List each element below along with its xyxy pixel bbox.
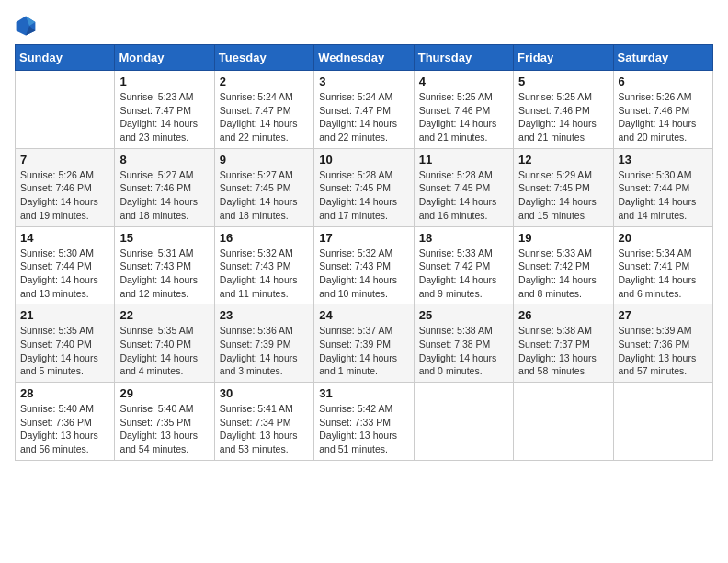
calendar-cell: 22Sunrise: 5:35 AM Sunset: 7:40 PM Dayli… (115, 304, 214, 383)
day-number: 7 (20, 153, 109, 167)
day-info: Sunrise: 5:34 AM Sunset: 7:41 PM Dayligh… (619, 247, 708, 301)
calendar-cell: 10Sunrise: 5:28 AM Sunset: 7:45 PM Dayli… (314, 148, 414, 226)
day-info: Sunrise: 5:24 AM Sunset: 7:47 PM Dayligh… (220, 90, 309, 144)
day-number: 16 (220, 231, 309, 245)
day-info: Sunrise: 5:25 AM Sunset: 7:46 PM Dayligh… (518, 90, 608, 144)
weekday-header: Saturday (613, 45, 712, 71)
day-info: Sunrise: 5:24 AM Sunset: 7:47 PM Dayligh… (319, 90, 408, 144)
day-number: 13 (619, 153, 708, 167)
calendar-cell: 26Sunrise: 5:38 AM Sunset: 7:37 PM Dayli… (514, 304, 613, 383)
calendar-cell (613, 383, 712, 461)
calendar-cell: 23Sunrise: 5:36 AM Sunset: 7:39 PM Dayli… (214, 304, 313, 383)
day-info: Sunrise: 5:27 AM Sunset: 7:46 PM Dayligh… (119, 168, 209, 223)
day-number: 19 (518, 231, 608, 245)
day-info: Sunrise: 5:25 AM Sunset: 7:46 PM Dayligh… (419, 90, 508, 144)
day-info: Sunrise: 5:33 AM Sunset: 7:42 PM Dayligh… (518, 247, 608, 301)
day-number: 24 (319, 308, 408, 322)
day-number: 6 (619, 75, 708, 88)
day-number: 10 (319, 153, 408, 167)
day-info: Sunrise: 5:39 AM Sunset: 7:36 PM Dayligh… (619, 324, 708, 378)
calendar-week-row: 21Sunrise: 5:35 AM Sunset: 7:40 PM Dayli… (16, 304, 713, 383)
day-number: 28 (20, 386, 109, 400)
weekday-header: Tuesday (214, 45, 313, 71)
calendar-cell: 4Sunrise: 5:25 AM Sunset: 7:46 PM Daylig… (414, 71, 513, 149)
calendar-week-row: 14Sunrise: 5:30 AM Sunset: 7:44 PM Dayli… (16, 226, 713, 304)
day-number: 23 (220, 308, 309, 322)
day-number: 2 (220, 75, 309, 88)
day-number: 25 (419, 308, 508, 322)
weekday-header: Friday (514, 45, 613, 71)
day-number: 4 (419, 75, 508, 88)
day-info: Sunrise: 5:40 AM Sunset: 7:36 PM Dayligh… (20, 402, 109, 456)
day-number: 29 (119, 386, 209, 400)
calendar-cell: 25Sunrise: 5:38 AM Sunset: 7:38 PM Dayli… (414, 304, 513, 383)
weekday-header: Thursday (414, 45, 513, 71)
calendar-week-row: 7Sunrise: 5:26 AM Sunset: 7:46 PM Daylig… (16, 148, 713, 226)
day-info: Sunrise: 5:35 AM Sunset: 7:40 PM Dayligh… (119, 324, 209, 378)
day-info: Sunrise: 5:38 AM Sunset: 7:38 PM Dayligh… (419, 324, 508, 378)
day-number: 18 (419, 231, 508, 245)
calendar-cell: 6Sunrise: 5:26 AM Sunset: 7:46 PM Daylig… (613, 71, 712, 149)
calendar-cell: 28Sunrise: 5:40 AM Sunset: 7:36 PM Dayli… (16, 383, 115, 461)
day-info: Sunrise: 5:26 AM Sunset: 7:46 PM Dayligh… (619, 90, 708, 144)
logo (15, 15, 40, 37)
day-number: 1 (119, 75, 209, 88)
calendar-cell: 2Sunrise: 5:24 AM Sunset: 7:47 PM Daylig… (214, 71, 313, 149)
day-number: 15 (119, 231, 209, 245)
calendar-cell: 18Sunrise: 5:33 AM Sunset: 7:42 PM Dayli… (414, 226, 513, 304)
calendar-cell: 8Sunrise: 5:27 AM Sunset: 7:46 PM Daylig… (115, 148, 214, 226)
page-header (15, 15, 713, 37)
calendar-cell: 27Sunrise: 5:39 AM Sunset: 7:36 PM Dayli… (613, 304, 712, 383)
day-info: Sunrise: 5:30 AM Sunset: 7:44 PM Dayligh… (20, 247, 109, 301)
weekday-header: Wednesday (314, 45, 414, 71)
day-number: 21 (20, 308, 109, 322)
calendar-cell: 24Sunrise: 5:37 AM Sunset: 7:39 PM Dayli… (314, 304, 414, 383)
day-number: 3 (319, 75, 408, 88)
day-number: 17 (319, 231, 408, 245)
calendar-cell: 5Sunrise: 5:25 AM Sunset: 7:46 PM Daylig… (514, 71, 613, 149)
calendar-cell (514, 383, 613, 461)
calendar-week-row: 1Sunrise: 5:23 AM Sunset: 7:47 PM Daylig… (16, 71, 713, 149)
day-info: Sunrise: 5:31 AM Sunset: 7:43 PM Dayligh… (119, 247, 209, 301)
calendar-cell: 20Sunrise: 5:34 AM Sunset: 7:41 PM Dayli… (613, 226, 712, 304)
day-info: Sunrise: 5:36 AM Sunset: 7:39 PM Dayligh… (220, 324, 309, 378)
day-info: Sunrise: 5:27 AM Sunset: 7:45 PM Dayligh… (220, 168, 309, 223)
calendar-cell: 11Sunrise: 5:28 AM Sunset: 7:45 PM Dayli… (414, 148, 513, 226)
day-info: Sunrise: 5:28 AM Sunset: 7:45 PM Dayligh… (419, 168, 508, 223)
calendar-cell: 21Sunrise: 5:35 AM Sunset: 7:40 PM Dayli… (16, 304, 115, 383)
day-info: Sunrise: 5:29 AM Sunset: 7:45 PM Dayligh… (518, 168, 608, 223)
day-info: Sunrise: 5:30 AM Sunset: 7:44 PM Dayligh… (619, 168, 708, 223)
logo-icon (15, 15, 37, 37)
day-number: 5 (518, 75, 608, 88)
day-info: Sunrise: 5:40 AM Sunset: 7:35 PM Dayligh… (119, 402, 209, 456)
day-number: 27 (619, 308, 708, 322)
calendar-cell: 3Sunrise: 5:24 AM Sunset: 7:47 PM Daylig… (314, 71, 414, 149)
calendar-cell: 14Sunrise: 5:30 AM Sunset: 7:44 PM Dayli… (16, 226, 115, 304)
day-number: 22 (119, 308, 209, 322)
calendar-cell: 7Sunrise: 5:26 AM Sunset: 7:46 PM Daylig… (16, 148, 115, 226)
calendar-cell: 16Sunrise: 5:32 AM Sunset: 7:43 PM Dayli… (214, 226, 313, 304)
day-number: 8 (119, 153, 209, 167)
calendar-cell: 1Sunrise: 5:23 AM Sunset: 7:47 PM Daylig… (115, 71, 214, 149)
calendar-table: SundayMondayTuesdayWednesdayThursdayFrid… (15, 44, 713, 461)
day-info: Sunrise: 5:38 AM Sunset: 7:37 PM Dayligh… (518, 324, 608, 378)
calendar-cell: 13Sunrise: 5:30 AM Sunset: 7:44 PM Dayli… (613, 148, 712, 226)
day-number: 20 (619, 231, 708, 245)
day-info: Sunrise: 5:32 AM Sunset: 7:43 PM Dayligh… (220, 247, 309, 301)
day-number: 11 (419, 153, 508, 167)
calendar-cell: 15Sunrise: 5:31 AM Sunset: 7:43 PM Dayli… (115, 226, 214, 304)
day-number: 31 (319, 386, 408, 400)
calendar-cell: 30Sunrise: 5:41 AM Sunset: 7:34 PM Dayli… (214, 383, 313, 461)
day-info: Sunrise: 5:26 AM Sunset: 7:46 PM Dayligh… (20, 168, 109, 223)
day-number: 30 (220, 386, 309, 400)
calendar-cell: 29Sunrise: 5:40 AM Sunset: 7:35 PM Dayli… (115, 383, 214, 461)
day-info: Sunrise: 5:41 AM Sunset: 7:34 PM Dayligh… (220, 402, 309, 456)
calendar-cell: 9Sunrise: 5:27 AM Sunset: 7:45 PM Daylig… (214, 148, 313, 226)
day-number: 14 (20, 231, 109, 245)
day-info: Sunrise: 5:42 AM Sunset: 7:33 PM Dayligh… (319, 402, 408, 456)
calendar-body: 1Sunrise: 5:23 AM Sunset: 7:47 PM Daylig… (16, 71, 713, 461)
svg-marker-0 (17, 17, 36, 36)
day-info: Sunrise: 5:37 AM Sunset: 7:39 PM Dayligh… (319, 324, 408, 378)
weekday-header-row: SundayMondayTuesdayWednesdayThursdayFrid… (16, 45, 713, 71)
day-number: 12 (518, 153, 608, 167)
